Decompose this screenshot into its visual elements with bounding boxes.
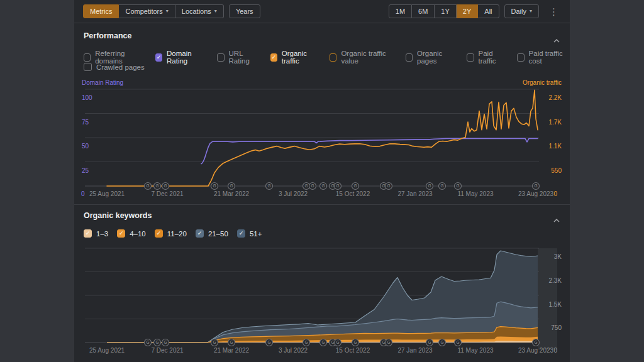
granularity-button-daily[interactable]: Daily▾ bbox=[504, 4, 539, 18]
google-update-marker[interactable]: G bbox=[426, 183, 433, 190]
google-update-marker[interactable]: G bbox=[154, 183, 161, 190]
range-button-1y-label: 1Y bbox=[441, 8, 449, 15]
google-update-marker[interactable]: G bbox=[386, 339, 392, 346]
google-update-marker[interactable]: G bbox=[154, 339, 161, 346]
google-update-letter: G bbox=[155, 340, 158, 344]
google-update-marker[interactable]: G bbox=[303, 339, 310, 346]
google-update-marker[interactable]: G bbox=[533, 339, 540, 346]
google-update-marker[interactable]: G bbox=[162, 183, 169, 190]
checkbox-label: Paid traffic cost bbox=[529, 50, 570, 65]
collapse-performance-chevron-icon[interactable] bbox=[553, 34, 560, 45]
range-button-all[interactable]: All bbox=[478, 4, 499, 18]
google-update-marker[interactable]: G bbox=[352, 339, 359, 346]
checkbox-box: ✓ bbox=[237, 229, 245, 238]
organic-keywords-section-title: Organic keywords bbox=[84, 211, 152, 220]
collapse-organic-keywords-chevron-icon[interactable] bbox=[553, 214, 560, 225]
google-update-marker[interactable]: G bbox=[145, 339, 152, 346]
google-update-letter: G bbox=[428, 184, 431, 188]
google-update-letter: G bbox=[267, 184, 270, 188]
y-axis-tick-label: 1.7K bbox=[548, 118, 562, 125]
google-update-marker[interactable]: G bbox=[352, 183, 359, 190]
content-panel: MetricsCompetitors▾Locations▾ Years 1M6M… bbox=[74, 0, 570, 362]
google-update-letter: G bbox=[146, 184, 149, 188]
kebab-menu-icon[interactable]: ⋮ bbox=[547, 6, 561, 18]
toolbar-button-metrics-label: Metrics bbox=[90, 8, 112, 15]
keywords-checkbox-4-10[interactable]: ✓4–10 bbox=[117, 229, 146, 238]
performance-checkbox-paid-traffic[interactable]: Paid traffic bbox=[467, 50, 506, 65]
performance-checkbox-organic-traffic-value[interactable]: Organic traffic value bbox=[330, 50, 395, 65]
google-update-marker[interactable]: G bbox=[228, 183, 235, 190]
google-update-marker[interactable]: G bbox=[439, 183, 446, 190]
keywords-checkbox-51+[interactable]: ✓51+ bbox=[237, 229, 262, 238]
google-update-marker[interactable]: G bbox=[145, 183, 152, 190]
google-update-marker[interactable]: G bbox=[533, 183, 540, 190]
checkbox-box bbox=[330, 53, 336, 62]
x-axis-date-label: 11 May 2023 bbox=[447, 347, 504, 354]
google-update-marker[interactable]: G bbox=[266, 339, 273, 346]
caret-down-icon: ▾ bbox=[530, 9, 532, 14]
checkbox-label: 1–3 bbox=[96, 230, 108, 238]
toolbar-button-competitors[interactable]: Competitors▾ bbox=[119, 4, 175, 18]
google-update-marker[interactable]: G bbox=[386, 183, 392, 190]
performance-checkbox-crawled-pages[interactable]: Crawled pages bbox=[84, 63, 145, 71]
performance-checkbox-organic-traffic[interactable]: ✓Organic traffic bbox=[270, 50, 319, 65]
toolbar-button-locations[interactable]: Locations▾ bbox=[175, 4, 224, 18]
google-update-letter: G bbox=[440, 184, 443, 188]
range-button-2y[interactable]: 2Y bbox=[457, 4, 478, 18]
toolbar-button-locations-label: Locations bbox=[182, 8, 211, 15]
x-axis-date-label: 7 Dec 2021 bbox=[139, 347, 196, 354]
range-button-1m-label: 1M bbox=[396, 8, 405, 15]
range-button-1y[interactable]: 1Y bbox=[435, 4, 456, 18]
toolbar-button-metrics[interactable]: Metrics bbox=[83, 4, 119, 18]
google-update-marker[interactable]: G bbox=[309, 183, 316, 190]
performance-checkbox-row-1: Referring domains✓Domain RatingURL Ratin… bbox=[84, 50, 570, 65]
google-update-marker[interactable]: G bbox=[162, 339, 169, 346]
performance-checkbox-domain-rating[interactable]: ✓Domain Rating bbox=[155, 50, 207, 65]
google-update-letter: G bbox=[321, 340, 325, 344]
performance-checkbox-url-rating[interactable]: URL Rating bbox=[217, 50, 259, 65]
google-update-marker[interactable]: G bbox=[320, 339, 327, 346]
y-axis-tick-label: 550 bbox=[551, 167, 562, 173]
google-update-marker[interactable]: G bbox=[439, 339, 446, 346]
google-update-marker[interactable]: G bbox=[266, 183, 273, 190]
google-update-letter: G bbox=[213, 340, 216, 344]
checkbox-box bbox=[406, 53, 413, 62]
google-update-letter: G bbox=[440, 340, 443, 344]
keywords-checkbox-21-50[interactable]: ✓21–50 bbox=[196, 229, 228, 238]
google-update-marker[interactable]: G bbox=[320, 183, 327, 190]
checkbox-label: 11–20 bbox=[167, 230, 187, 238]
google-update-letter: G bbox=[331, 184, 334, 188]
section-divider bbox=[74, 204, 570, 205]
x-axis-date-label: 27 Jan 2023 bbox=[387, 347, 443, 354]
x-axis-date-label: 15 Oct 2022 bbox=[325, 347, 381, 354]
metrics-tab-group: MetricsCompetitors▾Locations▾ bbox=[83, 4, 224, 18]
google-update-marker[interactable]: G bbox=[335, 339, 341, 346]
keywords-checkbox-11-20[interactable]: ✓11–20 bbox=[155, 229, 187, 238]
range-button-6m[interactable]: 6M bbox=[412, 4, 435, 18]
granularity-slot: Daily▾ bbox=[499, 4, 539, 18]
google-update-marker[interactable]: G bbox=[211, 183, 218, 190]
google-update-letter: G bbox=[311, 184, 314, 188]
y-axis-tick-label: 1.1K bbox=[548, 143, 562, 150]
performance-checkbox-paid-traffic-cost[interactable]: Paid traffic cost bbox=[517, 50, 570, 65]
google-update-letter: G bbox=[336, 340, 339, 344]
google-update-marker[interactable]: G bbox=[455, 183, 462, 190]
google-update-marker[interactable]: G bbox=[455, 339, 462, 346]
google-update-marker[interactable]: G bbox=[211, 339, 218, 346]
range-button-1m[interactable]: 1M bbox=[389, 4, 412, 18]
ahrefs-site-explorer-page: MetricsCompetitors▾Locations▾ Years 1M6M… bbox=[0, 0, 644, 362]
google-update-marker[interactable]: G bbox=[426, 339, 433, 346]
toolbar-button-years[interactable]: Years bbox=[229, 4, 260, 18]
checkbox-box: ✓ bbox=[84, 229, 92, 238]
google-update-marker[interactable]: G bbox=[228, 339, 235, 346]
performance-checkbox-organic-pages[interactable]: Organic pages bbox=[406, 50, 457, 65]
google-update-marker[interactable]: G bbox=[303, 183, 310, 190]
top-toolbar: MetricsCompetitors▾Locations▾ Years 1M6M… bbox=[74, 0, 570, 23]
keywords-checkbox-1-3[interactable]: ✓1–3 bbox=[84, 229, 108, 238]
checkbox-label: Crawled pages bbox=[96, 63, 145, 71]
checkbox-label: Paid traffic bbox=[479, 50, 507, 65]
google-update-marker[interactable]: G bbox=[335, 183, 341, 190]
x-axis-date-label: 11 May 2023 bbox=[447, 190, 504, 197]
x-axis-date-label: 27 Jan 2023 bbox=[387, 190, 443, 197]
y-axis-tick-label: 2.2K bbox=[548, 94, 562, 101]
